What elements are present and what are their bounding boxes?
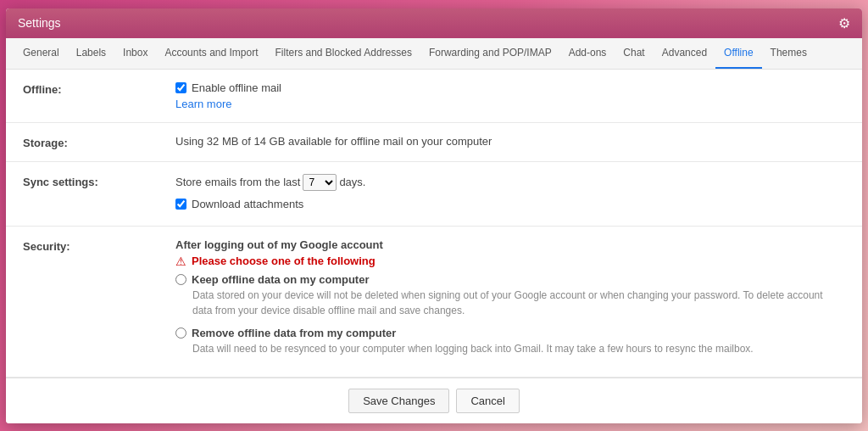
- keep-data-label: Keep offline data on my computer: [192, 273, 369, 286]
- sync-days-select[interactable]: 1 2 4 7 14 30 60 90: [303, 174, 337, 191]
- save-changes-button[interactable]: Save Changes: [348, 389, 449, 413]
- tab-labels[interactable]: Labels: [68, 38, 114, 69]
- tab-inbox[interactable]: Inbox: [114, 38, 156, 69]
- sync-content: Store emails from the last 1 2 4 7 14 30…: [175, 174, 845, 214]
- tab-forwarding[interactable]: Forwarding and POP/IMAP: [420, 38, 560, 69]
- offline-section: Offline: Enable offline mail Learn more: [6, 70, 862, 123]
- settings-content: Offline: Enable offline mail Learn more …: [6, 70, 862, 378]
- tab-addons[interactable]: Add-ons: [560, 38, 615, 69]
- tab-bar: General Labels Inbox Accounts and Import…: [6, 38, 862, 70]
- sync-suffix: days.: [339, 176, 365, 188]
- tab-filters[interactable]: Filters and Blocked Addresses: [267, 38, 420, 69]
- title-bar: Settings ⚙: [6, 8, 862, 38]
- footer: Save Changes Cancel: [6, 378, 862, 423]
- storage-text: Using 32 MB of 14 GB available for offli…: [175, 135, 492, 148]
- offline-label: Offline:: [23, 81, 175, 96]
- tab-chat[interactable]: Chat: [615, 38, 653, 69]
- sync-section: Sync settings: Store emails from the las…: [6, 162, 862, 227]
- enable-offline-checkbox[interactable]: [175, 82, 186, 93]
- download-attachments-label: Download attachments: [192, 198, 303, 210]
- keep-data-row: Keep offline data on my computer: [175, 273, 845, 286]
- tab-advanced[interactable]: Advanced: [654, 38, 715, 69]
- remove-data-radio[interactable]: [175, 327, 186, 339]
- storage-content: Using 32 MB of 14 GB available for offli…: [175, 135, 845, 148]
- warning-row: ⚠ Please choose one of the following: [175, 255, 845, 268]
- keep-data-desc: Data stored on your device will not be d…: [192, 288, 845, 318]
- offline-content: Enable offline mail Learn more: [175, 81, 845, 110]
- download-attachments-row: Download attachments: [175, 198, 845, 210]
- keep-data-radio[interactable]: [175, 274, 186, 285]
- security-section: Security: After logging out of my Google…: [6, 227, 862, 378]
- settings-window: Settings ⚙ General Labels Inbox Accounts…: [6, 8, 862, 423]
- tab-offline[interactable]: Offline: [715, 38, 761, 69]
- keep-data-option: Keep offline data on my computer Data st…: [175, 273, 845, 318]
- enable-offline-row: Enable offline mail: [175, 81, 845, 94]
- download-attachments-checkbox[interactable]: [175, 199, 186, 210]
- cancel-button[interactable]: Cancel: [456, 389, 519, 413]
- sync-days-row: Store emails from the last 1 2 4 7 14 30…: [175, 174, 845, 191]
- enable-offline-text: Enable offline mail: [192, 81, 281, 94]
- remove-data-option: Remove offline data from my computer Dat…: [175, 327, 845, 356]
- security-after-text: After logging out of my Google account: [175, 238, 845, 251]
- remove-data-desc: Data will need to be resynced to your co…: [192, 341, 845, 356]
- storage-label: Storage:: [23, 135, 175, 149]
- sync-prefix: Store emails from the last: [175, 176, 300, 188]
- gear-icon[interactable]: ⚙: [838, 15, 850, 31]
- warning-text: Please choose one of the following: [192, 255, 376, 267]
- tab-general[interactable]: General: [14, 38, 68, 69]
- storage-section: Storage: Using 32 MB of 14 GB available …: [6, 123, 862, 162]
- tab-accounts-import[interactable]: Accounts and Import: [156, 38, 266, 69]
- tab-themes[interactable]: Themes: [762, 38, 815, 69]
- remove-data-label: Remove offline data from my computer: [192, 327, 396, 339]
- sync-label: Sync settings:: [23, 174, 175, 188]
- security-label: Security:: [23, 238, 175, 253]
- window-title: Settings: [18, 16, 61, 30]
- learn-more-link[interactable]: Learn more: [175, 98, 231, 110]
- warning-icon: ⚠: [175, 255, 186, 268]
- security-content: After logging out of my Google account ⚠…: [175, 238, 845, 365]
- remove-data-row: Remove offline data from my computer: [175, 327, 845, 339]
